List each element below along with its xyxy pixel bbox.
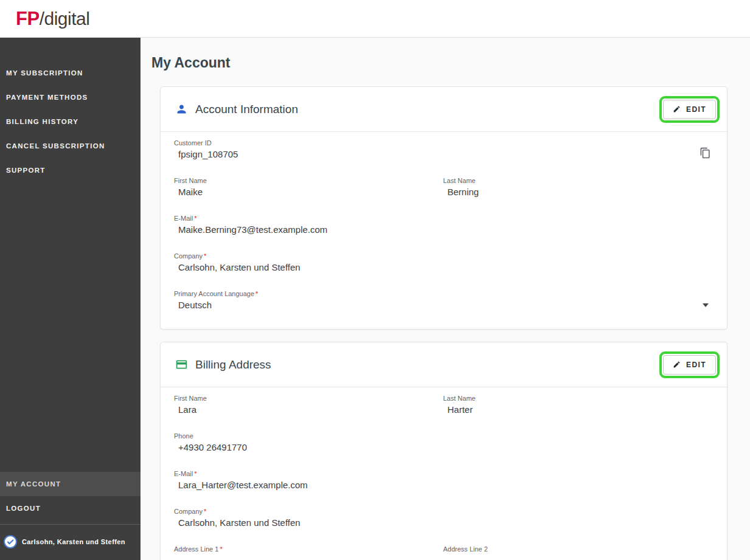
billing-card-header: Billing Address EDIT: [161, 342, 727, 387]
field-phone: Phone +4930 26491770: [174, 432, 712, 453]
address-line-1-label: Address Line 1*: [174, 545, 443, 553]
billing-address-card: Billing Address EDIT First Na: [160, 342, 727, 560]
billing-edit-label: EDIT: [686, 361, 706, 369]
sidebar-item-cancel-subscription[interactable]: CANCEL SUBSCRIPTION: [0, 134, 141, 158]
field-company: Company* Carlsohn, Karsten und Steffen: [174, 252, 712, 273]
billing-company-value: Carlsohn, Karsten und Steffen: [174, 517, 712, 528]
email-value: Maike.Berning73@test.example.com: [174, 224, 712, 235]
field-billing-email-row: E-Mail* Lara_Harter@test.example.com: [174, 470, 712, 491]
field-email-row: E-Mail* Maike.Berning73@test.example.com: [174, 215, 712, 235]
credit-card-icon: [174, 357, 189, 372]
company-value: Carlsohn, Karsten und Steffen: [174, 262, 712, 273]
sidebar-item-support[interactable]: SUPPORT: [0, 158, 141, 182]
top-header: FP /digital: [0, 0, 750, 38]
account-card-title: Account Information: [195, 103, 298, 116]
customer-id-value: fpsign_108705: [174, 149, 238, 160]
field-email: E-Mail* Maike.Berning73@test.example.com: [174, 215, 712, 235]
last-name-value: Berning: [443, 187, 713, 198]
pencil-icon: [673, 105, 681, 113]
language-value: Deutsch: [174, 300, 258, 311]
field-customer-id: Customer ID fpsign_108705: [174, 139, 238, 160]
address-line-1-value: [174, 555, 443, 560]
field-billing-name-row: First Name Lara Last Name Harter: [174, 395, 712, 415]
billing-last-name-value: Harter: [443, 404, 713, 415]
required-asterisk: *: [255, 290, 258, 297]
field-last-name: Last Name Berning: [443, 177, 713, 198]
person-icon: [174, 102, 189, 117]
required-asterisk: *: [194, 470, 196, 477]
field-billing-first-name: First Name Lara: [174, 395, 443, 415]
pencil-icon: [673, 361, 681, 368]
field-phone-row: Phone +4930 26491770: [174, 432, 712, 453]
required-asterisk: *: [194, 215, 196, 222]
copy-icon[interactable]: [698, 146, 712, 160]
account-edit-button[interactable]: EDIT: [663, 100, 716, 119]
field-billing-last-name: Last Name Harter: [443, 395, 713, 415]
chevron-down-icon[interactable]: [703, 303, 709, 307]
billing-first-name-label: First Name: [174, 395, 443, 402]
field-language-row[interactable]: Primary Account Language* Deutsch: [174, 290, 712, 311]
sidebar-nav: MY SUBSCRIPTION PAYMENT METHODS BILLING …: [0, 38, 141, 182]
account-edit-label: EDIT: [686, 105, 706, 114]
page-title: My Account: [151, 55, 727, 71]
sidebar-user-name: Carlsohn, Karsten und Steffen: [22, 538, 125, 545]
required-asterisk: *: [204, 252, 206, 260]
sidebar-item-my-subscription[interactable]: MY SUBSCRIPTION: [0, 61, 141, 85]
billing-email-value: Lara_Harter@test.example.com: [174, 480, 712, 491]
field-billing-company: Company* Carlsohn, Karsten und Steffen: [174, 508, 712, 528]
sidebar-item-my-account[interactable]: MY ACCOUNT: [0, 472, 141, 496]
brand-logo-fp: FP: [16, 8, 40, 30]
address-line-2-label: Address Line 2: [443, 545, 713, 553]
billing-email-label: E-Mail*: [174, 470, 712, 477]
sidebar-item-logout[interactable]: LOGOUT: [0, 496, 141, 520]
edit-highlight-box: EDIT: [659, 351, 720, 378]
field-address-line-1: Address Line 1*: [174, 545, 443, 560]
field-customer-id-row: Customer ID fpsign_108705: [174, 139, 712, 160]
field-name-row: First Name Maike Last Name Berning: [174, 177, 712, 198]
account-card-header: Account Information EDIT: [161, 87, 727, 132]
sidebar: MY SUBSCRIPTION PAYMENT METHODS BILLING …: [0, 38, 141, 560]
main-content: My Account Account Information: [141, 38, 750, 560]
first-name-label: First Name: [174, 177, 443, 184]
field-billing-company-row: Company* Carlsohn, Karsten und Steffen: [174, 508, 712, 528]
sidebar-item-payment-methods[interactable]: PAYMENT METHODS: [0, 85, 141, 109]
account-information-card: Account Information EDIT Cust: [160, 86, 727, 330]
required-asterisk: *: [220, 545, 222, 553]
email-label: E-Mail*: [174, 215, 712, 222]
billing-last-name-label: Last Name: [443, 395, 713, 402]
billing-edit-button[interactable]: EDIT: [663, 355, 716, 375]
billing-card-body: First Name Lara Last Name Harter Phone +…: [161, 387, 727, 560]
company-label: Company*: [174, 252, 712, 260]
brand-logo-digital: /digital: [40, 9, 90, 29]
field-billing-email: E-Mail* Lara_Harter@test.example.com: [174, 470, 712, 491]
sidebar-bottom: MY ACCOUNT LOGOUT Carlsohn, Karsten und …: [0, 472, 141, 560]
phone-value: +4930 26491770: [174, 442, 712, 453]
phone-label: Phone: [174, 432, 712, 440]
billing-card-title: Billing Address: [195, 358, 271, 372]
field-company-row: Company* Carlsohn, Karsten und Steffen: [174, 252, 712, 273]
verified-avatar-icon: [2, 533, 19, 550]
required-asterisk: *: [204, 508, 206, 515]
app-window: FP /digital MY SUBSCRIPTION PAYMENT METH…: [0, 0, 750, 560]
field-language: Primary Account Language* Deutsch: [174, 290, 258, 311]
address-line-2-value: [443, 555, 713, 560]
billing-company-label: Company*: [174, 508, 712, 515]
customer-id-label: Customer ID: [174, 139, 238, 147]
language-label: Primary Account Language*: [174, 290, 258, 297]
brand-logo: FP /digital: [16, 8, 89, 30]
sidebar-item-billing-history[interactable]: BILLING HISTORY: [0, 109, 141, 134]
field-first-name: First Name Maike: [174, 177, 443, 198]
account-card-body: Customer ID fpsign_108705 First Name Mai…: [161, 132, 727, 329]
first-name-value: Maike: [174, 187, 443, 198]
billing-first-name-value: Lara: [174, 404, 443, 415]
edit-highlight-box: EDIT: [659, 96, 720, 123]
sidebar-user-chip[interactable]: Carlsohn, Karsten und Steffen: [0, 525, 141, 560]
field-address-line-2: Address Line 2: [443, 545, 713, 560]
last-name-label: Last Name: [443, 177, 713, 184]
field-address-row: Address Line 1* Address Line 2: [174, 545, 712, 560]
